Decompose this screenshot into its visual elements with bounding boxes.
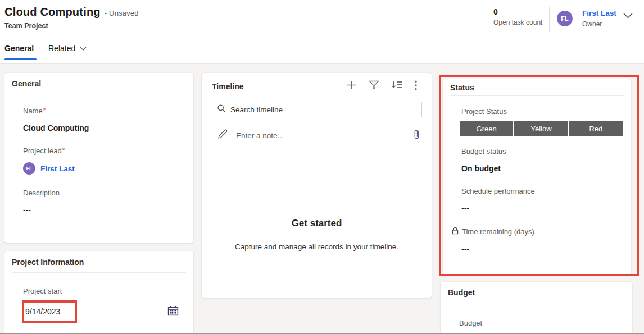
general-card-title: General <box>4 73 193 94</box>
header-collapse-chevron[interactable] <box>623 11 633 21</box>
name-field-value[interactable]: Cloud Computing <box>23 123 187 132</box>
quick-note-row: Enter a note... <box>212 125 422 149</box>
budget-status-field: Budget status On budget <box>461 147 624 173</box>
project-lead-avatar-initials: FL <box>26 166 33 171</box>
timeline-empty-text: Capture and manage all records in your t… <box>202 243 432 251</box>
chevron-down-icon <box>623 11 633 20</box>
timeline-card: Timeline <box>202 73 432 298</box>
open-task-count-label: Open task count <box>493 19 542 26</box>
project-information-card: Project Information Project start 9/14/2… <box>4 251 193 334</box>
description-field[interactable]: Description --- <box>23 189 187 214</box>
owner-role-label: Owner <box>582 20 602 28</box>
unsaved-indicator: - Unsaved <box>105 9 139 17</box>
calendar-icon <box>167 306 179 318</box>
budget-card: Budget Budget <box>441 282 632 334</box>
timeline-expand-records-button[interactable] <box>391 80 403 92</box>
budget-card-title: Budget <box>441 282 632 303</box>
header-divider <box>549 7 550 32</box>
date-picker-button[interactable] <box>167 306 179 318</box>
search-timeline-input[interactable] <box>230 106 417 114</box>
owner-avatar[interactable]: FL <box>557 11 573 26</box>
sort-expand-icon <box>391 80 403 92</box>
project-start-label: Project start <box>23 287 187 295</box>
tab-general-label: General <box>4 44 34 53</box>
budget-status-label: Budget status <box>461 147 624 155</box>
filter-funnel-icon <box>369 80 379 92</box>
time-remaining-field: Time remaining (days) --- <box>461 227 624 254</box>
project-status-label: Project Status <box>461 107 624 116</box>
project-lead-avatar: FL <box>23 162 35 175</box>
name-field[interactable]: Name* Cloud Computing <box>23 107 187 132</box>
search-icon <box>217 104 226 115</box>
owner-avatar-initials: FL <box>561 15 568 22</box>
record-type-label: Team Project <box>4 22 48 30</box>
paperclip-icon <box>414 129 420 142</box>
budget-field: Budget <box>459 319 625 327</box>
lock-icon <box>452 227 459 236</box>
more-vertical-icon <box>415 80 417 93</box>
enter-note-field[interactable]: Enter a note... <box>236 131 405 140</box>
project-lead-link[interactable]: First Last <box>40 164 75 173</box>
schedule-performance-label: Schedule performance <box>461 187 624 195</box>
timeline-empty-title: Get started <box>202 218 432 229</box>
time-remaining-label-row: Time remaining (days) <box>452 227 624 236</box>
attach-file-button[interactable] <box>414 129 420 142</box>
timeline-add-button[interactable] <box>346 80 357 93</box>
timeline-filter-button[interactable] <box>369 80 379 92</box>
budget-status-value[interactable]: On budget <box>461 164 624 173</box>
description-value[interactable]: --- <box>23 205 187 214</box>
project-status-field: Project Status Green Yellow Red <box>461 107 624 136</box>
page-title: Cloud Computing- Unsaved <box>4 6 139 19</box>
project-lead-label: Project lead* <box>23 147 187 155</box>
pencil-icon <box>217 129 228 141</box>
project-start-field: Project start 9/14/2023 <box>23 287 187 323</box>
tab-related-label: Related <box>48 44 75 53</box>
plus-icon <box>346 80 357 93</box>
schedule-performance-field: Schedule performance --- <box>461 187 624 213</box>
name-field-label: Name* <box>23 107 187 115</box>
project-start-input[interactable]: 9/14/2023 <box>25 307 60 316</box>
schedule-performance-value[interactable]: --- <box>461 204 624 213</box>
tab-general[interactable]: General <box>4 44 34 53</box>
open-task-count-value: 0 <box>493 7 542 16</box>
description-label: Description <box>23 189 187 197</box>
app-screen: Cloud Computing- Unsaved Team Project 0 … <box>0 0 644 334</box>
status-card-title: Status <box>443 79 631 95</box>
project-information-card-title: Project Information <box>4 251 193 272</box>
owner-name-link[interactable]: First Last <box>582 9 616 17</box>
status-option-green[interactable]: Green <box>460 121 513 136</box>
open-task-count-block: 0 Open task count <box>493 7 542 26</box>
general-card: General Name* Cloud Computing Project le… <box>4 73 193 243</box>
timeline-card-title: Timeline <box>212 82 346 91</box>
required-asterisk: * <box>62 147 65 154</box>
record-title: Cloud Computing <box>4 6 101 18</box>
status-card: Status Project Status Green Yellow Red B… <box>443 79 631 274</box>
status-option-yellow[interactable]: Yellow <box>514 121 568 136</box>
time-remaining-label: Time remaining (days) <box>462 227 534 236</box>
time-remaining-value: --- <box>461 245 624 254</box>
project-lead-field: Project lead* FL First Last <box>23 147 187 175</box>
chevron-down-icon <box>80 44 87 53</box>
project-status-segmented-control: Green Yellow Red <box>460 121 623 136</box>
tab-related[interactable]: Related <box>48 44 87 53</box>
timeline-more-commands-button[interactable] <box>415 80 417 93</box>
timeline-search-box[interactable] <box>212 102 422 117</box>
budget-field-label: Budget <box>459 319 625 327</box>
required-asterisk: * <box>43 107 46 115</box>
status-option-red[interactable]: Red <box>569 121 623 136</box>
active-tab-underline <box>4 58 37 60</box>
